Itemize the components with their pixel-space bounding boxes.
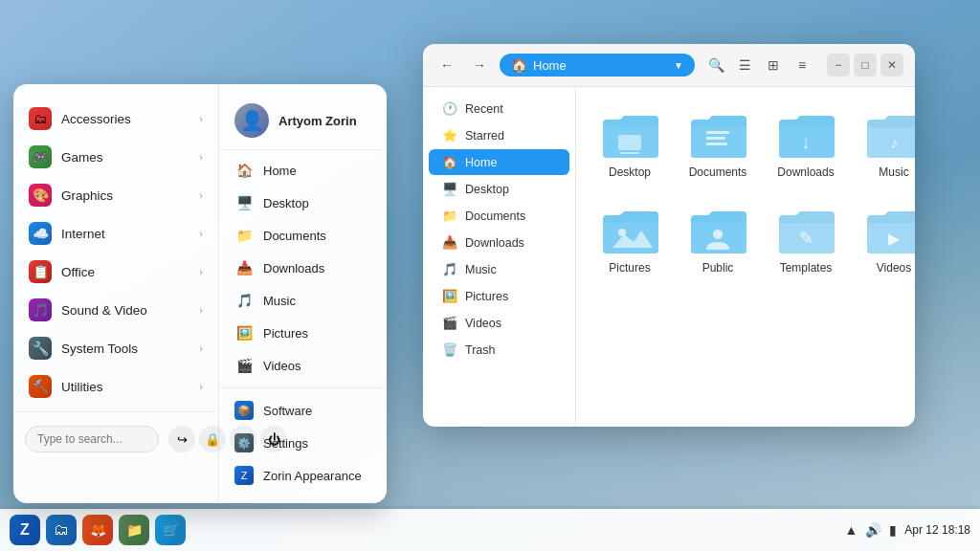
- category-utilities[interactable]: 🔨 Utilities ›: [13, 367, 218, 406]
- system-arrow-icon: ›: [199, 342, 203, 354]
- minimize-button[interactable]: −: [827, 54, 850, 77]
- graphics-icon: 🎨: [29, 184, 52, 207]
- right-desktop-label: Desktop: [263, 196, 309, 210]
- downloads-label: Downloads: [465, 236, 524, 250]
- taskbar-zorin-icon[interactable]: Z: [10, 515, 40, 545]
- graphics-arrow-icon: ›: [199, 189, 203, 201]
- category-games-left: 🎮 Games: [29, 145, 103, 168]
- category-graphics[interactable]: 🎨 Graphics ›: [13, 176, 218, 214]
- category-sound-video[interactable]: 🎵 Sound & Video ›: [13, 291, 218, 329]
- sidebar-item-downloads[interactable]: 📥 Downloads: [429, 230, 569, 255]
- sidebar-item-home[interactable]: 🏠 Home: [429, 149, 569, 175]
- category-office[interactable]: 📋 Office ›: [13, 253, 218, 291]
- sidebar-item-documents[interactable]: 📁 Documents: [429, 203, 569, 229]
- documents-label: Documents: [465, 209, 525, 223]
- folder-public[interactable]: Public: [679, 198, 756, 282]
- music-label: Music: [465, 263, 497, 276]
- starred-icon: ⭐: [442, 128, 457, 143]
- desktop-folder-icon: [599, 110, 660, 160]
- menu-right-music[interactable]: 🎵 Music: [219, 284, 387, 317]
- sidebar-item-trash[interactable]: 🗑️ Trash: [429, 337, 569, 363]
- menu-right-zorin-appearance[interactable]: Z Zorin Appearance: [219, 459, 387, 492]
- category-internet[interactable]: ☁️ Internet ›: [13, 214, 218, 253]
- svg-text:✎: ✎: [799, 229, 813, 248]
- category-graphics-left: 🎨 Graphics: [29, 184, 113, 207]
- office-label: Office: [61, 265, 95, 279]
- sound-label: Sound & Video: [61, 303, 147, 318]
- folder-videos[interactable]: ▶ Videos: [856, 198, 915, 282]
- user-profile[interactable]: 👤 Artyom Zorin: [219, 96, 387, 150]
- menu-right-settings[interactable]: ⚙️ Settings: [219, 427, 387, 459]
- menu-button[interactable]: ≡: [789, 52, 815, 78]
- right-zorin-icon: Z: [234, 466, 254, 485]
- search-toolbar-button[interactable]: 🔍: [702, 52, 729, 78]
- system-label: System Tools: [61, 342, 138, 356]
- wifi-icon: ▲: [844, 522, 858, 538]
- sidebar-item-desktop[interactable]: 🖥️ Desktop: [429, 176, 569, 202]
- folder-desktop[interactable]: Desktop: [591, 102, 668, 187]
- taskbar-firefox-icon[interactable]: 🦊: [82, 515, 113, 545]
- folder-downloads[interactable]: ↓ Downloads: [768, 102, 844, 187]
- menu-right-panel: 👤 Artyom Zorin 🏠 Home 🖥️ Desktop 📁 Docum…: [219, 84, 387, 503]
- downloads-folder-label: Downloads: [777, 165, 834, 179]
- back-button[interactable]: ←: [434, 53, 459, 77]
- menu-right-pictures[interactable]: 🖼️ Pictures: [219, 317, 387, 349]
- svg-text:▶: ▶: [888, 231, 901, 247]
- view-grid-button[interactable]: ⊞: [760, 52, 787, 78]
- folder-templates[interactable]: ✎ Templates: [768, 198, 844, 282]
- svg-rect-0: [618, 135, 641, 150]
- sidebar-item-starred[interactable]: ⭐ Starred: [429, 122, 569, 148]
- menu-right-documents[interactable]: 📁 Documents: [219, 219, 387, 252]
- menu-right-home[interactable]: 🏠 Home: [219, 154, 387, 187]
- documents-icon: 📁: [442, 209, 457, 223]
- music-folder-icon: ♪: [863, 110, 915, 160]
- folder-music[interactable]: ♪ Music: [856, 102, 915, 187]
- forward-button[interactable]: →: [467, 53, 492, 77]
- menu-right-desktop[interactable]: 🖥️ Desktop: [219, 187, 387, 219]
- sidebar-item-music[interactable]: 🎵 Music: [429, 256, 569, 282]
- menu-right-videos[interactable]: 🎬 Videos: [219, 349, 387, 382]
- pictures-icon: 🖼️: [442, 289, 457, 303]
- downloads-icon: 📥: [442, 235, 457, 250]
- menu-right-downloads[interactable]: 📥 Downloads: [219, 252, 387, 284]
- sound-sys-icon[interactable]: 🔊: [865, 522, 881, 538]
- sidebar-item-recent[interactable]: 🕐 Recent: [429, 96, 569, 121]
- view-list-button[interactable]: ☰: [731, 52, 758, 78]
- right-software-icon: 📦: [234, 401, 254, 420]
- home-label: Home: [465, 156, 497, 169]
- battery-sys-icon: ▮: [889, 522, 897, 538]
- maximize-button[interactable]: □: [854, 54, 877, 77]
- right-music-label: Music: [263, 294, 296, 308]
- desktop-icon: 🖥️: [442, 182, 457, 196]
- login-button[interactable]: ↪: [168, 426, 195, 452]
- close-button[interactable]: ✕: [880, 54, 903, 77]
- trash-label: Trash: [465, 343, 496, 357]
- category-accessories[interactable]: 🗂 Accessories ›: [13, 99, 218, 138]
- taskbar-files-icon[interactable]: 🗂: [46, 515, 77, 545]
- window-controls: − □ ✕: [827, 54, 903, 77]
- sidebar-item-pictures[interactable]: 🖼️ Pictures: [429, 283, 569, 309]
- folder-grid: Desktop Documents: [591, 102, 900, 282]
- sidebar-item-videos[interactable]: 🎬 Videos: [429, 310, 569, 336]
- category-games[interactable]: 🎮 Games ›: [13, 138, 218, 176]
- location-bar[interactable]: 🏠 Home ▼: [500, 54, 695, 77]
- taskbar-fm-icon[interactable]: 📁: [119, 515, 149, 545]
- file-manager-body: 🕐 Recent ⭐ Starred 🏠 Home 🖥️ Desktop 📁 D…: [423, 87, 915, 427]
- category-system-tools[interactable]: 🔧 System Tools ›: [13, 329, 218, 367]
- accessories-label: Accessories: [61, 112, 131, 126]
- menu-right-software[interactable]: 📦 Software: [219, 394, 387, 427]
- file-manager-sidebar: 🕐 Recent ⭐ Starred 🏠 Home 🖥️ Desktop 📁 D…: [423, 87, 576, 427]
- svg-rect-4: [706, 143, 727, 145]
- file-manager-titlebar: ← → 🏠 Home ▼ 🔍 ☰ ⊞ ≡ − □ ✕: [423, 44, 915, 87]
- user-name: Artyom Zorin: [278, 114, 357, 128]
- pictures-folder-icon: [599, 206, 660, 255]
- taskbar-app-icons: Z 🗂 🦊 📁 🛒: [10, 515, 186, 545]
- category-office-left: 📋 Office: [29, 260, 95, 283]
- file-manager-window: ← → 🏠 Home ▼ 🔍 ☰ ⊞ ≡ − □ ✕ 🕐 Recent ⭐: [423, 44, 915, 427]
- taskbar-store-icon[interactable]: 🛒: [155, 515, 186, 545]
- search-input[interactable]: [25, 426, 159, 452]
- folder-documents[interactable]: Documents: [679, 102, 756, 187]
- folder-pictures[interactable]: Pictures: [591, 198, 668, 282]
- games-arrow-icon: ›: [199, 151, 203, 163]
- videos-label: Videos: [465, 317, 501, 330]
